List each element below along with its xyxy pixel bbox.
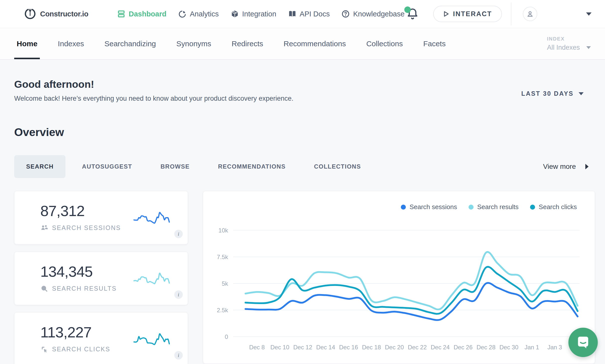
subnav-label: Indexes [58, 40, 84, 48]
analytics-icon [178, 10, 186, 18]
legend-item-search-clicks[interactable]: Search clicks [530, 203, 577, 211]
legend-label: Search sessions [410, 203, 457, 211]
top-nav: Dashboard Analytics Integration API Docs [117, 10, 405, 18]
svg-text:Dec 24: Dec 24 [431, 344, 450, 351]
legend-label: Search clicks [539, 203, 577, 211]
info-icon[interactable]: i [174, 230, 183, 238]
tab-autosuggest[interactable]: AUTOSUGGEST [70, 155, 144, 178]
legend-label: Search results [477, 203, 519, 211]
stat-value: 87,312 [40, 204, 121, 219]
subnav-item-collections[interactable]: Collections [364, 28, 405, 59]
subnav-label: Home [17, 40, 37, 48]
intercom-chat-button[interactable] [568, 328, 598, 357]
chart-legend: Search sessions Search results Search cl… [401, 203, 577, 211]
stats-column: 87,312 SEARCH SESSIONS i [14, 191, 188, 364]
interact-button[interactable]: INTERACT [433, 6, 502, 22]
svg-text:10k: 10k [218, 227, 228, 234]
tab-search[interactable]: SEARCH [14, 155, 65, 178]
stat-card-search-clicks[interactable]: 113,227 SEARCH CLICKS i [14, 312, 188, 364]
sparkline-search-results [133, 271, 170, 286]
svg-text:Dec 18: Dec 18 [362, 344, 381, 351]
main-content: Good afternoon! Welcome back! Here’s eve… [0, 79, 605, 364]
subnav-label: Facets [423, 40, 446, 48]
svg-text:Dec 8: Dec 8 [249, 344, 265, 351]
tab-collections[interactable]: COLLECTIONS [302, 155, 373, 178]
chevron-right-icon [585, 164, 589, 169]
svg-text:Dec 14: Dec 14 [316, 344, 335, 351]
top-nav-item-analytics[interactable]: Analytics [178, 10, 219, 18]
brand-name: Constructor.io [40, 10, 88, 18]
info-icon[interactable]: i [174, 290, 183, 299]
stat-label: SEARCH SESSIONS [52, 224, 121, 231]
overview-title: Overview [14, 126, 595, 139]
overview-tabs-row: SEARCH AUTOSUGGEST BROWSE RECOMMENDATION… [14, 155, 595, 178]
notifications-button[interactable] [406, 7, 419, 21]
subnav-label: Redirects [232, 40, 263, 48]
top-bar-actions: INTERACT [406, 2, 592, 25]
legend-dot-icon [469, 205, 474, 210]
index-selector-label: INDEX [547, 36, 565, 42]
top-nav-item-integration[interactable]: Integration [231, 10, 276, 18]
svg-text:5k: 5k [222, 280, 228, 287]
subnav-item-synonyms[interactable]: Synonyms [174, 28, 214, 59]
top-nav-label: API Docs [300, 10, 330, 18]
greeting-section: Good afternoon! Welcome back! Here’s eve… [14, 79, 595, 102]
view-more-label: View more [543, 163, 576, 171]
integration-icon [231, 10, 239, 18]
click-icon [40, 345, 48, 353]
subnav-item-facets[interactable]: Facets [421, 28, 448, 59]
overview-content: 87,312 SEARCH SESSIONS i [14, 191, 595, 364]
view-more-button[interactable]: View more [543, 163, 589, 171]
account-avatar[interactable] [523, 7, 537, 21]
stat-card-search-sessions[interactable]: 87,312 SEARCH SESSIONS i [14, 191, 188, 244]
svg-text:2.5k: 2.5k [217, 307, 228, 314]
index-selector[interactable]: INDEX All Indexes [547, 28, 591, 59]
knowledgebase-icon [341, 10, 350, 18]
top-nav-item-api-docs[interactable]: API Docs [288, 10, 330, 18]
subnav-item-searchandizing[interactable]: Searchandizing [102, 28, 158, 59]
constructor-logo-icon [24, 7, 37, 20]
notification-dot [404, 6, 411, 13]
subnav-item-recommendations[interactable]: Recommendations [281, 28, 348, 59]
svg-text:Dec 10: Dec 10 [270, 344, 289, 351]
interact-label: INTERACT [453, 10, 492, 18]
svg-text:Dec 28: Dec 28 [477, 344, 495, 351]
svg-text:Dec 30: Dec 30 [499, 344, 518, 351]
overview-chart-card: Search sessions Search results Search cl… [203, 191, 595, 364]
svg-text:Dec 20: Dec 20 [385, 344, 404, 351]
stat-label: SEARCH RESULTS [52, 285, 117, 292]
legend-item-search-sessions[interactable]: Search sessions [401, 203, 457, 211]
secondary-nav: Home Indexes Searchandizing Synonyms Red… [0, 28, 605, 60]
svg-text:Dec 26: Dec 26 [454, 344, 473, 351]
stat-value: 134,345 [40, 264, 117, 279]
top-nav-label: Dashboard [129, 10, 166, 18]
legend-item-search-results[interactable]: Search results [469, 203, 519, 211]
tab-recommendations[interactable]: RECOMMENDATIONS [206, 155, 298, 178]
top-nav-label: Analytics [190, 10, 219, 18]
dashboard-icon [117, 10, 125, 18]
stat-label: SEARCH CLICKS [52, 346, 110, 353]
top-nav-item-knowledgebase[interactable]: Knowledgebase [341, 10, 404, 18]
brand-logo[interactable]: Constructor.io [24, 7, 88, 20]
overview-tabs: SEARCH AUTOSUGGEST BROWSE RECOMMENDATION… [14, 155, 373, 178]
date-range-label: LAST 30 DAYS [521, 90, 574, 97]
svg-text:Jan 1: Jan 1 [525, 344, 539, 351]
chevron-down-icon [586, 46, 591, 49]
subnav-item-redirects[interactable]: Redirects [229, 28, 266, 59]
tab-browse[interactable]: BROWSE [149, 155, 202, 178]
info-icon[interactable]: i [174, 351, 183, 360]
date-range-selector[interactable]: LAST 30 DAYS [521, 90, 584, 97]
overview-line-chart[interactable]: 02.5k5k7.5k10kDec 8Dec 10Dec 12Dec 14Dec… [203, 191, 595, 364]
secondary-nav-items: Home Indexes Searchandizing Synonyms Red… [14, 28, 448, 59]
subnav-item-indexes[interactable]: Indexes [55, 28, 86, 59]
svg-text:Dec 16: Dec 16 [339, 344, 358, 351]
stat-card-search-results[interactable]: 134,345 SEARCH RESULTS i [14, 252, 188, 305]
chevron-down-icon [586, 12, 592, 16]
greeting-subtitle: Welcome back! Here’s everything you need… [14, 95, 294, 102]
subnav-label: Synonyms [176, 40, 211, 48]
user-icon [526, 10, 534, 18]
top-nav-item-dashboard[interactable]: Dashboard [117, 10, 166, 18]
account-menu-button[interactable] [586, 12, 592, 16]
svg-text:0: 0 [225, 333, 228, 340]
subnav-item-home[interactable]: Home [14, 28, 40, 59]
